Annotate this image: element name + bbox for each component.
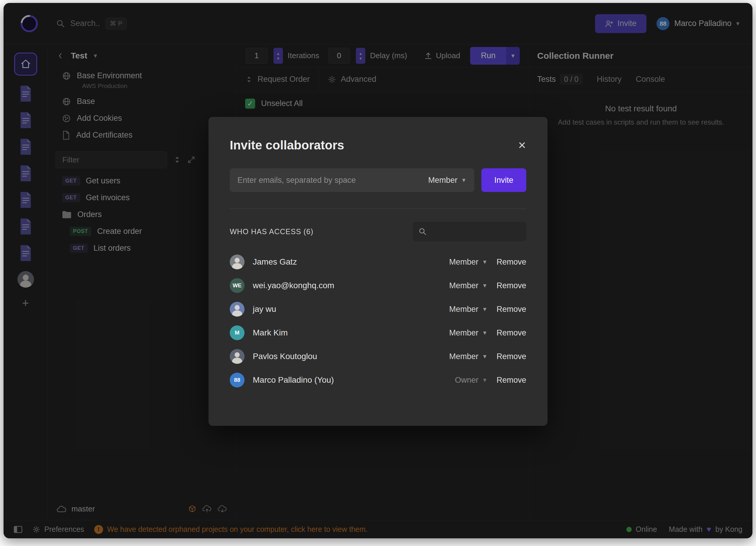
close-icon[interactable]: ✕ [518, 140, 527, 150]
member-role-dropdown[interactable]: Member ▾ [435, 305, 486, 314]
chevron-down-icon: ▾ [483, 259, 486, 265]
member-row: Pavlos Koutoglou Member ▾ Remove [230, 345, 526, 368]
member-name: wei.yao@konghq.com [253, 281, 334, 290]
member-role-value: Member [449, 305, 478, 314]
access-heading: WHO HAS ACCESS (6) [230, 227, 313, 236]
remove-member-button[interactable]: Remove [486, 281, 526, 290]
modal-header: Invite collaborators ✕ [230, 117, 526, 152]
avatar: 88 [230, 373, 245, 387]
role-selector[interactable]: Member ▾ [424, 176, 470, 185]
member-role-value: Member [449, 352, 478, 361]
access-header-row: WHO HAS ACCESS (6) [230, 222, 526, 241]
invite-form-row: Member ▾ Invite [230, 168, 526, 192]
remove-member-button[interactable]: Remove [486, 352, 526, 361]
member-role-value: Owner [455, 376, 478, 385]
member-role-value: Member [449, 257, 478, 267]
member-row: jay wu Member ▾ Remove [230, 297, 526, 321]
avatar [230, 255, 245, 269]
avatar [230, 349, 245, 364]
email-input-box: Member ▾ [230, 168, 474, 192]
remove-member-button[interactable]: Remove [486, 328, 526, 338]
avatar [230, 302, 245, 317]
member-name: Marco Palladino (You) [253, 375, 334, 385]
remove-member-button[interactable]: Remove [486, 305, 526, 314]
modal-invite-button[interactable]: Invite [481, 168, 526, 192]
chevron-down-icon: ▾ [483, 282, 486, 289]
modal-title: Invite collaborators [230, 138, 344, 152]
member-row: James Gatz Member ▾ Remove [230, 250, 526, 274]
avatar: M [230, 325, 245, 340]
chevron-down-icon: ▾ [483, 353, 486, 360]
member-role-dropdown[interactable]: Member ▾ [435, 281, 486, 290]
member-name: Pavlos Koutoglou [253, 352, 317, 361]
member-search-box [413, 222, 526, 241]
search-icon [418, 227, 427, 236]
role-selector-value: Member [428, 176, 457, 185]
invite-collaborators-modal: Invite collaborators ✕ Member ▾ Invite W… [208, 117, 548, 426]
chevron-down-icon: ▾ [483, 330, 486, 336]
chevron-down-icon: ▾ [483, 306, 486, 312]
member-row: WE wei.yao@konghq.com Member ▾ Remove [230, 274, 526, 297]
chevron-down-icon: ▾ [483, 377, 486, 383]
remove-member-button[interactable]: Remove [486, 257, 526, 267]
member-name: James Gatz [253, 257, 297, 267]
member-name: Mark Kim [253, 328, 288, 338]
member-role-value: Member [449, 328, 478, 338]
member-role-dropdown[interactable]: Member ▾ [435, 257, 486, 267]
remove-member-button[interactable]: Remove [486, 376, 526, 385]
member-list: James Gatz Member ▾ Remove WE wei.yao@ko… [230, 250, 526, 392]
member-row: M Mark Kim Member ▾ Remove [230, 321, 526, 345]
member-role-dropdown[interactable]: Member ▾ [435, 328, 486, 338]
member-search-input[interactable] [431, 227, 520, 236]
member-row: 88 Marco Palladino (You) Owner ▾ Remove [230, 368, 526, 392]
member-role-dropdown-disabled: Owner ▾ [435, 376, 486, 385]
chevron-down-icon: ▾ [462, 177, 465, 183]
avatar: WE [230, 278, 245, 293]
member-role-dropdown[interactable]: Member ▾ [435, 352, 486, 361]
divider [230, 208, 526, 209]
email-input[interactable] [237, 176, 424, 185]
member-name: jay wu [253, 304, 276, 314]
member-role-value: Member [449, 281, 478, 290]
